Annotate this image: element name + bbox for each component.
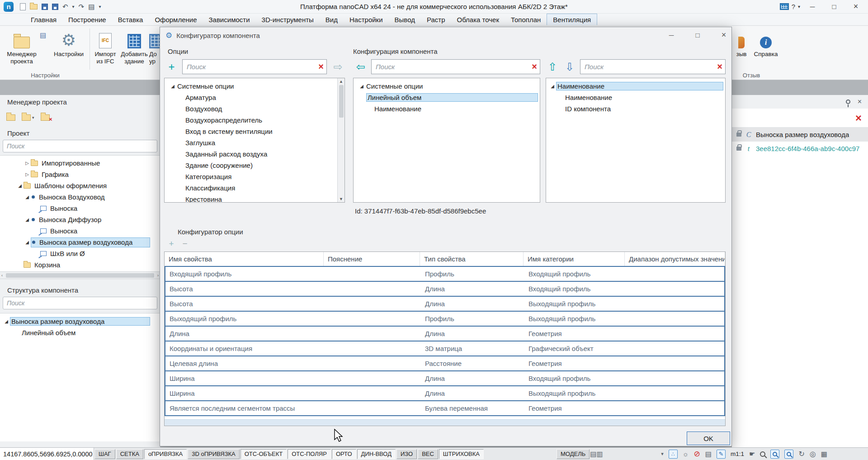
import-ifc-button[interactable]: IFC Импорт из IFC xyxy=(92,29,118,65)
new-file-icon[interactable] xyxy=(20,3,26,10)
expanded-expander-icon[interactable]: ◢ xyxy=(169,84,176,89)
window-minimize-button[interactable]: ─ xyxy=(803,0,822,13)
redo-icon[interactable]: ↷ xyxy=(79,3,85,11)
structure-item-linear-volume[interactable]: Линейный объем xyxy=(0,327,160,338)
option-item[interactable]: Категоризация xyxy=(165,171,344,182)
project-search-input[interactable] xyxy=(3,140,157,152)
tab-nastroyki[interactable]: Настройки xyxy=(344,14,389,25)
sheet-globe-icon[interactable]: ▤ xyxy=(590,451,596,457)
delete-folder-icon[interactable]: × xyxy=(41,114,50,121)
move-left-arrow-button[interactable]: ⇦ xyxy=(353,59,368,74)
collapsed-expander-icon[interactable]: ▷ xyxy=(24,172,31,177)
dialog-titlebar[interactable]: ⚙ Конфигуратор компонента xyxy=(160,27,731,43)
zoom-window-icon[interactable] xyxy=(784,450,793,459)
zoom-in-icon[interactable] xyxy=(770,450,779,459)
props-root[interactable]: ◢ Наименование xyxy=(546,81,725,92)
option-item[interactable]: Воздухораспределитель xyxy=(165,114,344,126)
open-file-icon[interactable] xyxy=(30,4,38,9)
options-search-input[interactable] xyxy=(182,59,327,74)
delete-attribute-icon[interactable]: × xyxy=(855,112,862,124)
props-search-input[interactable] xyxy=(580,59,726,74)
object-snap-icon[interactable]: ∴ xyxy=(669,450,678,459)
tab-glavnaya[interactable]: Главная xyxy=(25,14,62,25)
undo-dropdown-icon[interactable]: ▾ xyxy=(72,4,75,9)
print-icon[interactable]: ▤ xyxy=(88,3,94,11)
move-right-arrow-button[interactable]: ⇨ xyxy=(330,59,345,74)
toggle-oprivyazka[interactable]: оПРИВЯЗКА xyxy=(144,449,187,459)
tree-item-templates[interactable]: ◢ Шаблоны оформления xyxy=(0,180,160,191)
options-root[interactable]: ◢ Системные опции xyxy=(165,81,344,92)
option-item[interactable]: Арматура xyxy=(165,92,344,103)
add-level-button-clipped[interactable]: До ур xyxy=(149,29,160,65)
tab-vid[interactable]: Вид xyxy=(320,14,344,25)
lightbulb-icon[interactable]: ☼ xyxy=(683,451,689,457)
tree-item-recycle[interactable]: Корзина xyxy=(0,259,160,270)
project-manager-button[interactable]: Менеджер проекта xyxy=(4,29,40,65)
dialog-close-button[interactable]: × xyxy=(716,28,732,41)
no-plot-icon[interactable]: ⊘ xyxy=(694,450,700,458)
window-close-button[interactable]: × xyxy=(846,0,865,13)
options-list-scrollbar[interactable]: ▲ ▼ xyxy=(337,78,344,202)
clear-search-icon[interactable]: × xyxy=(318,61,324,72)
help-icon[interactable]: ? xyxy=(792,3,795,10)
config-item-linear-volume[interactable]: Линейный объем xyxy=(354,92,540,103)
option-item[interactable]: Заглушка xyxy=(165,137,344,148)
expanded-expander-icon[interactable]: ◢ xyxy=(549,84,556,89)
props-item-name[interactable]: Наименование xyxy=(546,92,725,103)
sheet-icon[interactable]: ▥ xyxy=(596,451,603,457)
help-reference-button[interactable]: i Справка xyxy=(751,29,780,58)
tree-item-shv[interactable]: ШхВ или Ø xyxy=(0,248,160,259)
snap-dropdown-icon[interactable]: ▾ xyxy=(661,451,664,456)
save-all-icon[interactable] xyxy=(52,4,58,10)
config-root[interactable]: ◢ Системные опции xyxy=(354,81,540,92)
toggle-orto[interactable]: ОРТО xyxy=(332,449,356,459)
table-row[interactable]: ВысотаДлинаВыходящий профиль xyxy=(165,297,724,312)
option-item[interactable]: Здание (сооружение) xyxy=(165,160,344,171)
table-row[interactable]: ШиринаДлинаВходящий профиль xyxy=(165,371,724,386)
layout-grid-icon[interactable] xyxy=(780,3,789,10)
tab-oblaka-tochek[interactable]: Облака точек xyxy=(451,14,505,25)
config-item-name[interactable]: Наименование xyxy=(354,103,540,114)
structure-item-root[interactable]: ◢ Выноска размер воздуховода xyxy=(0,316,160,327)
tab-rastr[interactable]: Растр xyxy=(421,14,451,25)
tab-vstavka[interactable]: Вставка xyxy=(112,14,149,25)
expanded-expander-icon[interactable]: ◢ xyxy=(358,84,365,89)
zoom-icon[interactable] xyxy=(760,451,765,457)
tab-postroenie[interactable]: Построение xyxy=(62,14,112,25)
tree-item-imported[interactable]: ▷ Импортированные xyxy=(0,157,160,169)
toggle-izo[interactable]: ИЗО xyxy=(396,449,417,459)
toggle-din-vvod[interactable]: ДИН-ВВОД xyxy=(357,449,396,459)
attribute-row-name[interactable]: C Выноска размер воздуховода xyxy=(732,128,868,142)
tab-topoplan[interactable]: Топоплан xyxy=(505,14,547,25)
annotation-scale-icon[interactable]: ✎ xyxy=(717,450,726,459)
close-panel-icon[interactable]: × xyxy=(858,98,862,106)
qat-customize-icon[interactable]: ▾ xyxy=(99,4,101,9)
help-dropdown-icon[interactable]: ▾ xyxy=(798,4,800,9)
pin-panel-icon[interactable] xyxy=(846,100,850,104)
model-space-button[interactable]: МОДЕЛЬ xyxy=(557,449,590,459)
dialog-maximize-button[interactable]: □ xyxy=(689,28,706,41)
toggle-3d-oprivyazka[interactable]: 3D оПРИВЯЗКА xyxy=(188,449,240,459)
new-folder-icon[interactable] xyxy=(6,114,15,121)
attribute-row-guid[interactable]: t 3ee812cc-6f4b-466a-ab9c-400c97 xyxy=(732,142,868,156)
option-item[interactable]: Крестовина xyxy=(165,194,344,203)
tree-item-duct-size-callout[interactable]: ◢ Выноска размер воздуховода xyxy=(0,237,160,248)
clear-search-icon[interactable]: × xyxy=(532,61,537,72)
toggle-ots-obekt[interactable]: ОТС-ОБЪЕКТ xyxy=(241,449,287,459)
tab-zavisimosti[interactable]: Зависимости xyxy=(203,14,256,25)
clear-search-icon[interactable]: × xyxy=(717,61,722,72)
option-item[interactable]: Вход в систему вентиляции xyxy=(165,126,344,137)
props-item-component-id[interactable]: ID компонента xyxy=(546,103,725,114)
collapsed-expander-icon[interactable]: ▷ xyxy=(24,161,31,166)
expanded-expander-icon[interactable]: ◢ xyxy=(24,217,31,222)
tree-item-callout-duct[interactable]: ◢ Выноска Воздуховод xyxy=(0,191,160,203)
move-down-arrow-button[interactable]: ⇩ xyxy=(563,59,576,74)
table-row[interactable]: ШиринаДлинаВыходящий профиль xyxy=(165,386,724,401)
table-row[interactable]: Координаты и ориентация3D матрицаГрафиче… xyxy=(165,341,724,356)
table-row[interactable]: Входящий профильПрофильВходящий профиль xyxy=(165,267,724,282)
tree-item-callout-diffuser[interactable]: ◢ Выноска Диффузор xyxy=(0,214,160,225)
add-building-button[interactable]: Добавить здание xyxy=(120,29,148,65)
dialog-minimize-button[interactable]: ─ xyxy=(663,28,679,41)
target-icon[interactable]: ◎ xyxy=(810,451,816,458)
tree-item-callout[interactable]: Выноска xyxy=(0,203,160,214)
